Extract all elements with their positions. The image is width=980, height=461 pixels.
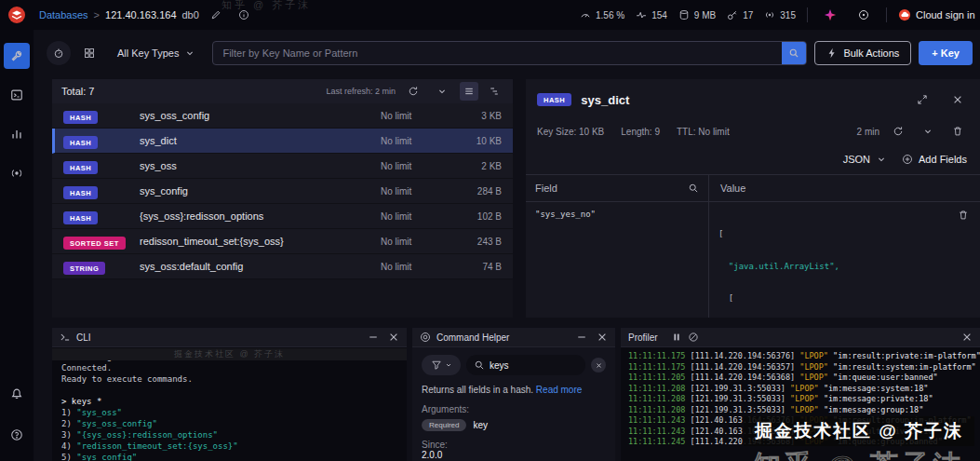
key-type-badge: HASH [63, 161, 98, 174]
details-refresh-icon[interactable] [887, 120, 909, 142]
cli-panel: CLI Connecting... Connected. Ready to ex… [52, 328, 407, 461]
key-type-badge: HASH [537, 93, 571, 106]
key-list-header-right: Last refresh: 2 min [326, 80, 503, 102]
lightning-icon [826, 47, 838, 59]
stat-cpu-value: 1.56 % [596, 10, 624, 20]
command-description: Returns all fields in a hash. [422, 385, 533, 395]
command-search-input[interactable] [490, 360, 578, 371]
key-ttl: No limit [381, 186, 455, 197]
key-type-filter[interactable]: All Key Types [108, 41, 205, 65]
list-view-button[interactable] [460, 82, 478, 101]
key-search-input[interactable] [213, 47, 782, 59]
nav-help[interactable] [4, 422, 30, 448]
key-ttl: No limit [381, 111, 455, 121]
fields-table-body: "sys_yes_no" [ "java.util.ArrayList", [ … [526, 202, 980, 318]
bulk-actions-button[interactable]: Bulk Actions [814, 41, 911, 65]
read-more-link[interactable]: Read more [536, 385, 582, 395]
tree-view-button[interactable] [485, 82, 503, 101]
key-row-selected[interactable]: HASH sys_dict No limit 10 KB [52, 129, 513, 154]
key-name: sys_oss_config [140, 110, 381, 121]
key-size: 243 B [455, 237, 502, 247]
scan-mode-icon[interactable] [47, 41, 71, 65]
cloud-signin-label: Cloud sign in [916, 9, 975, 20]
group-view-icon[interactable] [78, 42, 101, 64]
close-icon[interactable] [388, 332, 399, 343]
minimize-icon[interactable] [576, 332, 587, 343]
close-icon[interactable] [961, 332, 973, 343]
add-fields-button[interactable]: Add Fields [902, 154, 967, 165]
key-type-badge: HASH [63, 211, 98, 224]
topbar-divider-2 [886, 7, 887, 22]
minimize-icon[interactable] [368, 332, 379, 343]
redisinsight-logo[interactable] [0, 6, 34, 24]
cpu-gauge-icon [580, 9, 591, 20]
watermark-cli-band: 掘金技术社区 @ 芥子沫 [52, 348, 407, 360]
plus-circle-icon [902, 154, 913, 165]
refresh-options-chevron-icon[interactable] [431, 80, 453, 102]
key-row[interactable]: SORTED SET redisson_timeout_set:{sys_oss… [52, 229, 513, 254]
nav-browser[interactable] [4, 43, 30, 69]
command-helper-body: Returns all fields in a hash. Read more … [412, 347, 615, 461]
details-refresh-chevron-icon[interactable] [917, 120, 939, 142]
field-search-icon[interactable] [688, 183, 699, 194]
key-details-header-icons [911, 88, 969, 111]
key-ttl: No limit [381, 161, 455, 171]
cli-output[interactable]: Connecting... Connected. Ready to execut… [52, 347, 407, 461]
stat-commands-value: 154 [651, 10, 667, 20]
close-icon[interactable] [597, 332, 608, 343]
key-row[interactable]: HASH sys_oss_config No limit 3 KB [52, 103, 513, 129]
refresh-icon[interactable] [402, 80, 424, 102]
browser-content: Total: 7 Last refresh: 2 min [52, 79, 980, 318]
value-column-header: Value [720, 183, 745, 194]
value-cell[interactable]: [ "java.util.ArrayList", [ { "@class": "… [708, 202, 980, 318]
helper-icon [420, 332, 431, 343]
log-line: 11:11:11.175 [111.14.220.194:56357] "LPO… [628, 362, 973, 373]
nav-notifications[interactable] [4, 381, 30, 407]
pause-icon[interactable] [671, 332, 682, 343]
nav-pubsub[interactable] [4, 160, 30, 186]
clear-log-icon[interactable] [688, 332, 699, 343]
breadcrumb-host: 121.40.163.164 [105, 9, 176, 20]
stat-connections: 315 [764, 9, 796, 20]
log-line: 11:11:11.208 [121.199.31.3:55033] "LPOP"… [628, 384, 973, 395]
clear-search-button[interactable] [591, 358, 606, 373]
key-row[interactable]: HASH {sys_oss}:redisson_options No limit… [52, 204, 513, 229]
value-json: [ "java.util.ArrayList", [ { "@class": "… [718, 208, 971, 318]
key-type-badge: STRING [63, 262, 105, 275]
cloud-icon [898, 8, 911, 21]
stat-keys: 17 [727, 9, 753, 20]
key-ttl: No limit [381, 211, 455, 222]
log-line: 11:11:11.208 [121.199.31.3:55033] "LPOP"… [628, 394, 973, 405]
key-row[interactable]: STRING sys_oss:default_config No limit 7… [52, 254, 513, 279]
field-column-header: Field [535, 183, 557, 194]
cloud-signin-button[interactable]: Cloud sign in [898, 8, 980, 21]
details-refresh-label: 2 min [857, 127, 879, 137]
topbar: Databases > 121.40.163.164 db0 1.56 % 15… [0, 0, 980, 30]
format-selector[interactable]: JSON [843, 154, 887, 165]
funnel-icon [431, 359, 442, 371]
key-row[interactable]: HASH sys_config No limit 284 B [52, 179, 513, 204]
insights-icon[interactable] [852, 4, 875, 26]
command-filter-dropdown[interactable] [422, 355, 461, 375]
nav-workbench[interactable] [4, 82, 30, 108]
key-size-meta: Key Size: 10 KB [537, 127, 604, 137]
stat-keys-value: 17 [743, 10, 753, 20]
stat-memory-value: 9 MB [694, 10, 716, 20]
keys-icon [727, 9, 738, 20]
arguments-label: Arguments: [422, 404, 606, 414]
fullscreen-icon[interactable] [911, 88, 933, 111]
close-details-icon[interactable] [946, 88, 969, 111]
delete-field-icon[interactable] [958, 210, 969, 221]
breadcrumb-db: db0 [182, 9, 199, 20]
key-row[interactable]: HASH sys_oss No limit 2 KB [52, 154, 513, 179]
field-cell[interactable]: "sys_yes_no" [526, 202, 708, 318]
add-key-button[interactable]: + Key [919, 41, 973, 65]
command-helper-title: Command Helper [436, 332, 509, 343]
bell-icon [10, 387, 23, 400]
key-meta-row: Key Size: 10 KB Length: 9 TTL: No limit … [526, 116, 980, 150]
delete-key-icon[interactable] [946, 120, 969, 142]
nav-analytics[interactable] [4, 121, 30, 147]
search-submit-button[interactable] [782, 41, 806, 65]
copilot-sparkle-icon[interactable] [819, 4, 841, 26]
breadcrumb-databases[interactable]: Databases [39, 9, 88, 20]
